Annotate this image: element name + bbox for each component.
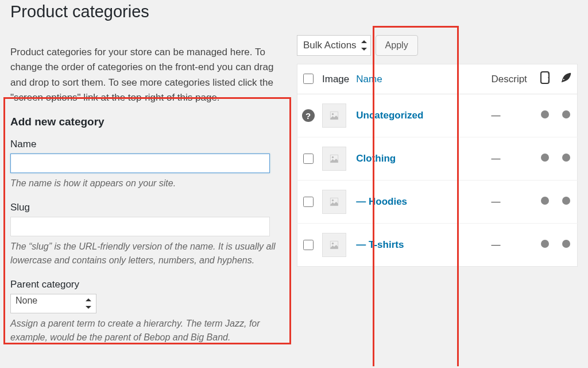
svg-point-1 xyxy=(332,156,334,158)
select-all-checkbox[interactable] xyxy=(303,74,314,84)
image-placeholder-icon xyxy=(322,147,346,171)
table-row: Clothing— xyxy=(297,137,578,181)
category-name-link[interactable]: — T-shirts xyxy=(356,239,404,250)
description-cell: — xyxy=(488,181,534,224)
column-image: Image xyxy=(319,64,353,94)
page-title: Product categories xyxy=(10,2,578,21)
row-checkbox[interactable] xyxy=(303,197,314,207)
add-new-category-heading: Add new category xyxy=(10,116,289,128)
apply-button[interactable]: Apply xyxy=(376,35,418,56)
parent-category-select[interactable]: None xyxy=(10,294,96,313)
row-settings-icon[interactable] xyxy=(541,110,549,118)
categories-table: Image Name Descript ?Uncategorized—Cloth… xyxy=(297,64,578,267)
row-edit-icon[interactable] xyxy=(562,240,570,248)
row-edit-icon[interactable] xyxy=(562,197,570,205)
image-placeholder-icon xyxy=(322,103,346,128)
parent-help: Assign a parent term to create a hierarc… xyxy=(10,317,289,344)
row-settings-icon[interactable] xyxy=(541,154,549,162)
description-cell: — xyxy=(488,224,534,267)
svg-point-2 xyxy=(332,200,334,201)
category-name-link[interactable]: Uncategorized xyxy=(356,110,423,121)
table-row: ?Uncategorized— xyxy=(297,94,578,137)
column-name[interactable]: Name xyxy=(353,64,488,94)
bulk-actions-select[interactable]: Bulk Actions xyxy=(297,35,371,56)
column-description[interactable]: Descript xyxy=(488,64,534,94)
name-help: The name is how it appears on your site. xyxy=(10,177,289,190)
bulk-actions-label: Bulk Actions xyxy=(303,40,357,51)
row-checkbox[interactable] xyxy=(303,240,314,250)
name-input[interactable] xyxy=(10,154,270,173)
slug-help: The “slug” is the URL-friendly version o… xyxy=(10,240,289,267)
row-edit-icon[interactable] xyxy=(562,154,570,162)
category-name-link[interactable]: — Hoodies xyxy=(356,196,407,207)
row-edit-icon[interactable] xyxy=(562,110,570,118)
name-label: Name xyxy=(10,139,289,150)
table-row: — Hoodies— xyxy=(297,181,578,224)
slug-input[interactable] xyxy=(10,217,270,236)
description-cell: — xyxy=(488,94,534,137)
description-cell: — xyxy=(488,137,534,181)
image-placeholder-icon xyxy=(322,190,346,214)
row-settings-icon[interactable] xyxy=(541,240,549,248)
category-name-link[interactable]: Clothing xyxy=(356,153,396,164)
row-checkbox[interactable] xyxy=(303,154,314,164)
column-settings-icon[interactable] xyxy=(534,64,556,94)
slug-label: Slug xyxy=(10,202,289,213)
image-placeholder-icon xyxy=(322,233,346,257)
intro-text: Product categories for your store can be… xyxy=(10,45,289,105)
column-edit-icon[interactable] xyxy=(556,64,578,94)
svg-point-3 xyxy=(332,243,334,244)
row-settings-icon[interactable] xyxy=(541,197,549,205)
table-row: — T-shirts— xyxy=(297,224,578,267)
svg-point-0 xyxy=(332,113,334,115)
parent-category-label: Parent category xyxy=(10,279,289,290)
help-icon[interactable]: ? xyxy=(302,109,315,122)
parent-category-selected: None xyxy=(16,296,37,305)
